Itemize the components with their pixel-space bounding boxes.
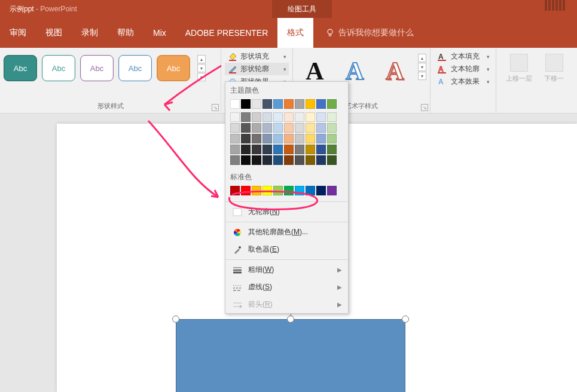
color-swatch[interactable] (273, 186, 283, 195)
color-swatch[interactable] (316, 134, 326, 143)
gallery-up-button[interactable]: ▴ (418, 54, 426, 62)
color-swatch[interactable] (284, 186, 294, 195)
color-swatch[interactable] (295, 186, 304, 195)
color-swatch[interactable] (316, 99, 326, 109)
color-swatch[interactable] (252, 145, 261, 154)
color-swatch[interactable] (316, 155, 326, 165)
color-swatch[interactable] (230, 134, 240, 143)
color-swatch[interactable] (284, 155, 294, 165)
wordart-swatch[interactable]: A (377, 54, 413, 88)
color-swatch[interactable] (241, 155, 251, 165)
color-swatch[interactable] (241, 186, 251, 195)
shape-style-swatch[interactable]: Abc (4, 55, 37, 81)
color-swatch[interactable] (306, 145, 315, 154)
color-swatch[interactable] (284, 134, 294, 143)
resize-handle-nw[interactable] (172, 316, 179, 323)
tab-adobe-presenter[interactable]: ADOBE PRESENTER (176, 18, 277, 48)
resize-handle-ne[interactable] (402, 316, 409, 323)
eyedropper-item[interactable]: 取色器(E) (225, 241, 348, 258)
color-swatch[interactable] (241, 134, 251, 143)
color-swatch[interactable] (252, 134, 261, 143)
color-swatch[interactable] (295, 99, 304, 109)
color-swatch[interactable] (273, 155, 283, 165)
color-swatch[interactable] (327, 99, 337, 109)
color-swatch[interactable] (327, 186, 337, 195)
color-swatch[interactable] (230, 99, 240, 109)
color-swatch[interactable] (273, 112, 283, 122)
tab-mix[interactable]: Mix (144, 18, 176, 48)
no-outline-item[interactable]: 无轮廓(N) (225, 203, 348, 220)
color-swatch[interactable] (241, 99, 251, 109)
color-swatch[interactable] (230, 186, 240, 195)
bring-forward-button[interactable]: 上移一层 (506, 54, 532, 83)
color-swatch[interactable] (273, 99, 283, 109)
color-swatch[interactable] (316, 186, 326, 195)
color-swatch[interactable] (252, 99, 261, 109)
color-swatch[interactable] (306, 186, 315, 195)
color-swatch[interactable] (262, 186, 272, 195)
dashes-item[interactable]: 虚线(S) ▶ (225, 278, 348, 296)
color-swatch[interactable] (327, 123, 337, 133)
color-swatch[interactable] (306, 99, 315, 109)
text-effect-button[interactable]: A 文本效果▾ (434, 75, 492, 88)
send-backward-button[interactable]: 下移一 (544, 54, 564, 83)
gallery-expand-button[interactable]: ▾ (418, 72, 426, 80)
shape-style-swatch[interactable]: Abc (118, 55, 152, 81)
shape-fill-button[interactable]: 形状填充▾ (225, 50, 289, 63)
color-swatch[interactable] (295, 123, 304, 133)
gallery-down-button[interactable]: ▾ (197, 64, 206, 72)
tab-record[interactable]: 录制 (72, 18, 108, 48)
shape-style-swatch[interactable]: Abc (42, 55, 75, 81)
color-swatch[interactable] (262, 123, 272, 133)
color-swatch[interactable] (284, 99, 294, 109)
color-swatch[interactable] (284, 145, 294, 154)
color-swatch[interactable] (241, 112, 251, 122)
color-swatch[interactable] (273, 123, 283, 133)
color-swatch[interactable] (284, 123, 294, 133)
more-outline-colors-item[interactable]: 其他轮廓颜色(M)... (225, 223, 348, 241)
color-swatch[interactable] (327, 145, 337, 154)
dialog-launcher[interactable]: ↘ (212, 104, 219, 111)
tab-review[interactable]: 审阅 (0, 18, 36, 48)
color-swatch[interactable] (230, 112, 240, 122)
shape-style-swatch[interactable]: Abc (80, 55, 114, 81)
color-swatch[interactable] (306, 123, 315, 133)
color-swatch[interactable] (316, 123, 326, 133)
tab-format[interactable]: 格式 (277, 18, 313, 48)
color-swatch[interactable] (295, 134, 304, 143)
color-swatch[interactable] (306, 134, 315, 143)
gallery-up-button[interactable]: ▴ (197, 55, 206, 63)
color-swatch[interactable] (327, 155, 337, 165)
color-swatch[interactable] (241, 123, 251, 133)
resize-handle-n[interactable] (287, 316, 294, 323)
color-swatch[interactable] (230, 123, 240, 133)
color-swatch[interactable] (262, 155, 272, 165)
dialog-launcher[interactable]: ↘ (421, 104, 428, 111)
color-swatch[interactable] (295, 112, 304, 122)
shape-outline-button[interactable]: 形状轮廓▾ (225, 63, 289, 75)
color-swatch[interactable] (316, 145, 326, 154)
color-swatch[interactable] (252, 155, 261, 165)
color-swatch[interactable] (273, 134, 283, 143)
tab-help[interactable]: 帮助 (108, 18, 144, 48)
shape-style-swatch[interactable]: Abc (157, 55, 190, 81)
text-outline-button[interactable]: A 文本轮廓▾ (434, 63, 492, 75)
color-swatch[interactable] (262, 145, 272, 154)
color-swatch[interactable] (295, 155, 304, 165)
color-swatch[interactable] (316, 112, 326, 122)
color-swatch[interactable] (262, 99, 272, 109)
color-swatch[interactable] (295, 145, 304, 154)
color-swatch[interactable] (252, 123, 261, 133)
tell-me-search[interactable]: 告诉我你想要做什么 (325, 27, 414, 38)
color-swatch[interactable] (327, 134, 337, 143)
color-swatch[interactable] (306, 155, 315, 165)
color-swatch[interactable] (262, 112, 272, 122)
color-swatch[interactable] (230, 145, 240, 154)
gallery-down-button[interactable]: ▾ (418, 63, 426, 71)
gallery-expand-button[interactable]: ▾ (197, 73, 206, 81)
color-swatch[interactable] (273, 145, 283, 154)
color-swatch[interactable] (284, 112, 294, 122)
color-swatch[interactable] (230, 155, 240, 165)
selected-rectangle-shape[interactable] (176, 319, 405, 392)
color-swatch[interactable] (241, 145, 251, 154)
